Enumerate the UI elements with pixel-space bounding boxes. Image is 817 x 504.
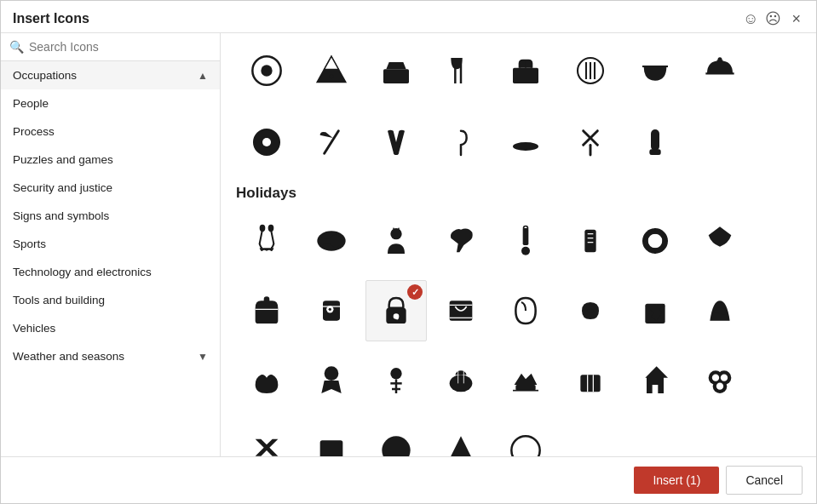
utensil-icon: [444, 54, 478, 92]
insert-button[interactable]: Insert (1): [634, 467, 719, 494]
sidebar-item-puzzles[interactable]: Puzzles and games: [1, 146, 220, 174]
cake2-icon: [509, 54, 543, 92]
icon-cell[interactable]: [301, 420, 362, 456]
icon-cell[interactable]: [560, 280, 621, 341]
holidays-section-title: Holidays: [236, 185, 801, 202]
icon-cell-padlock-selected[interactable]: ✓: [365, 280, 427, 341]
search-input[interactable]: [29, 40, 211, 54]
icon-cell[interactable]: [430, 350, 492, 411]
icon-cell[interactable]: [236, 112, 297, 173]
row2-icons-grid: [236, 112, 801, 173]
svg-rect-55: [580, 375, 600, 392]
icon-cell[interactable]: [430, 112, 492, 173]
sidebar: 🔍 Occupations ▲ People Process Puzzles a…: [1, 33, 221, 456]
icons-scroll[interactable]: Holidays: [221, 33, 816, 456]
icon-cell[interactable]: [624, 350, 686, 411]
sidebar-item-occupations[interactable]: Occupations ▲: [1, 61, 220, 89]
sidebar-item-technology[interactable]: Technology and electronics: [1, 258, 220, 286]
svg-point-29: [317, 231, 345, 250]
donut-icon: [250, 54, 284, 92]
svg-point-17: [718, 57, 722, 61]
bowl-icon: [638, 54, 672, 92]
sidebar-item-label: Occupations: [13, 69, 77, 82]
icon-cell[interactable]: [236, 42, 297, 103]
icon-cell[interactable]: [495, 420, 556, 456]
cancel-button[interactable]: Cancel: [726, 466, 803, 495]
icon-cell[interactable]: [365, 350, 427, 411]
svg-point-19: [262, 138, 271, 146]
svg-point-2: [330, 74, 334, 78]
icon-cell[interactable]: [560, 210, 621, 272]
icon-cell[interactable]: [301, 112, 362, 173]
sidebar-list: Occupations ▲ People Process Puzzles and…: [1, 61, 220, 456]
icon-cell[interactable]: [365, 210, 427, 272]
svg-point-43: [329, 308, 331, 311]
icon-cell[interactable]: [365, 42, 427, 103]
icon-cell[interactable]: [495, 210, 556, 272]
icon-cell[interactable]: [560, 350, 621, 411]
happy-face-icon[interactable]: ☺: [743, 11, 758, 26]
icon-cell[interactable]: [495, 350, 556, 411]
holidays-row1-grid: [236, 210, 801, 272]
icon-cell[interactable]: [236, 420, 297, 456]
icon-cell[interactable]: [689, 350, 751, 411]
sidebar-item-tools[interactable]: Tools and building: [1, 286, 220, 314]
close-button[interactable]: ×: [788, 11, 804, 26]
holidays-row3-grid: [236, 350, 801, 411]
icon-cell[interactable]: [689, 280, 751, 341]
icon-cell[interactable]: [430, 420, 492, 456]
next-section-partial: [236, 420, 801, 456]
icon-cell[interactable]: [560, 42, 621, 103]
sidebar-item-vehicles[interactable]: Vehicles: [1, 314, 220, 342]
icon-cell[interactable]: [236, 350, 297, 411]
icon-cell[interactable]: [495, 280, 556, 341]
svg-point-59: [712, 375, 719, 381]
icon-cell[interactable]: [301, 280, 362, 341]
search-icon: 🔍: [9, 40, 24, 54]
icon-cell[interactable]: [301, 210, 362, 272]
sidebar-item-people[interactable]: People: [1, 89, 220, 117]
icon-cell[interactable]: [236, 280, 297, 341]
sidebar-item-security[interactable]: Security and justice: [1, 174, 220, 202]
icon-cell[interactable]: [689, 42, 751, 103]
svg-rect-25: [651, 129, 659, 151]
icon-cell[interactable]: [495, 112, 556, 173]
icon-cell[interactable]: [301, 350, 362, 411]
icon-cell[interactable]: [624, 112, 686, 173]
icon-cell[interactable]: [689, 210, 751, 272]
sidebar-item-label: Process: [13, 125, 55, 138]
icon-cell[interactable]: [430, 210, 492, 272]
icon-cell[interactable]: [624, 280, 686, 341]
svg-rect-34: [584, 230, 595, 253]
header-right: ☺ ☹ ×: [743, 11, 804, 26]
pizza-icon: [314, 54, 348, 92]
holidays-row2-grid: ✓: [236, 280, 801, 341]
cloche-icon: [703, 54, 737, 92]
icon-cell[interactable]: [430, 280, 492, 341]
icon-cell[interactable]: [301, 42, 362, 103]
svg-rect-62: [320, 440, 343, 456]
svg-point-50: [325, 366, 339, 381]
insert-icons-dialog: Insert Icons ☺ ☹ × 🔍 Occupations ▲ Peopl…: [0, 0, 817, 504]
svg-point-64: [511, 436, 539, 456]
sidebar-item-signs[interactable]: Signs and symbols: [1, 202, 220, 230]
sad-face-icon[interactable]: ☹: [765, 11, 781, 26]
icon-cell[interactable]: [495, 42, 556, 103]
sidebar-item-label: Tools and building: [13, 294, 105, 306]
icon-cell[interactable]: [624, 210, 686, 272]
icon-cell[interactable]: [430, 42, 492, 103]
icon-cell[interactable]: [365, 112, 427, 173]
sidebar-item-process[interactable]: Process: [1, 117, 220, 146]
icon-cell[interactable]: [560, 112, 621, 173]
svg-rect-26: [649, 149, 660, 155]
svg-point-21: [513, 142, 538, 151]
icon-cell[interactable]: [236, 210, 297, 272]
sidebar-item-weather[interactable]: Weather and seasons ▼: [1, 342, 220, 370]
dialog-title: Insert Icons: [13, 11, 89, 26]
main-content: Holidays: [221, 33, 816, 456]
chevron-down-icon: ▼: [198, 351, 208, 363]
sidebar-item-sports[interactable]: Sports: [1, 230, 220, 258]
icon-cell[interactable]: [624, 42, 686, 103]
icon-cell[interactable]: [365, 420, 427, 456]
svg-point-63: [382, 436, 410, 456]
